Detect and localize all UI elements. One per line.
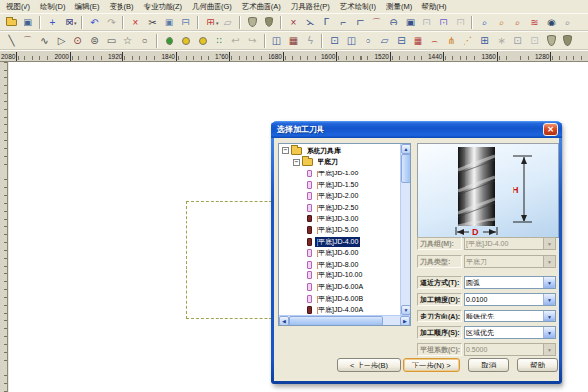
chevron-down-icon[interactable]: ▼ xyxy=(543,311,555,321)
tree-item-1[interactable]: [平底]JD-1.50 xyxy=(281,179,399,191)
crosshair-icon[interactable]: + xyxy=(44,15,61,30)
chevron-down-icon[interactable]: ▼ xyxy=(543,277,555,288)
field-combo-2[interactable]: 圆弧▼ xyxy=(464,276,556,289)
menu-item-0[interactable]: 视图(V) xyxy=(6,2,30,12)
arc-icon[interactable]: ⌒ xyxy=(20,33,36,49)
dialog-button-2[interactable]: 取消 xyxy=(468,358,509,372)
zoom-window-icon[interactable]: ⌕ xyxy=(476,15,493,30)
menu-item-8[interactable]: 艺术绘制(I) xyxy=(340,2,376,12)
field-combo-5[interactable]: 区域优先▼ xyxy=(464,326,556,339)
scatter-icon[interactable]: ⋰ xyxy=(460,33,476,49)
trim-icon[interactable]: × xyxy=(285,15,302,30)
tree-item-2[interactable]: [平底]JD-2.00 xyxy=(281,190,399,202)
tree-item-0[interactable]: [平底]JD-1.00 xyxy=(281,168,399,179)
clone-blue-icon[interactable]: ⊡ xyxy=(435,15,452,30)
close-icon[interactable]: ✕ xyxy=(543,123,558,136)
node-group-icon[interactable]: ∷ xyxy=(211,33,227,49)
scroll-down-icon[interactable]: ▼ xyxy=(401,305,411,315)
open-icon[interactable] xyxy=(3,15,20,30)
tree-item-4[interactable]: [平底]JD-3.00 xyxy=(281,214,399,225)
mesh-icon[interactable]: ▦ xyxy=(410,33,426,49)
line-icon[interactable]: ╲ xyxy=(3,33,20,49)
menu-item-10[interactable]: 帮助(H) xyxy=(421,2,446,12)
layer-a-icon[interactable]: ⊡ xyxy=(510,33,526,49)
dialog-button-3[interactable]: 帮助 xyxy=(517,358,558,372)
field-combo-4[interactable]: 顺铣优先▼ xyxy=(464,310,556,322)
bulb-pick-icon[interactable] xyxy=(194,33,211,49)
copy-icon[interactable]: ▣ xyxy=(161,15,177,30)
tree-item-8[interactable]: [平底]JD-8.00 xyxy=(281,259,399,270)
menu-item-9[interactable]: 测量(M) xyxy=(386,2,412,12)
shield2-dark-icon[interactable] xyxy=(560,33,576,49)
table-icon[interactable]: ▦ xyxy=(285,33,302,49)
menu-item-7[interactable]: 刀具路径(P) xyxy=(291,2,330,12)
outline-icon[interactable]: ○ xyxy=(360,33,376,49)
shield-light-icon[interactable] xyxy=(244,15,261,30)
tree-root-node[interactable]: −系统刀具库 xyxy=(281,145,399,157)
redraw-icon[interactable]: ≋ xyxy=(526,15,543,30)
tree-item-3[interactable]: [平底]JD-2.50 xyxy=(281,202,399,214)
polyline-icon[interactable]: ▷ xyxy=(53,33,70,49)
undo-icon[interactable]: ↶ xyxy=(86,15,103,30)
pan-icon[interactable]: ⌕ xyxy=(560,15,576,30)
ellipse-icon[interactable]: ⊜ xyxy=(86,33,103,49)
menu-item-6[interactable]: 艺术曲面(A) xyxy=(242,2,281,12)
redo-icon[interactable]: ↷ xyxy=(103,15,120,30)
horizontal-scroll-thumb[interactable] xyxy=(289,316,383,326)
tree-item-7[interactable]: [平底]JD-6.00 xyxy=(281,247,399,259)
zoom-out-icon[interactable]: ⌕ xyxy=(510,15,526,30)
align-icon[interactable]: ⊡ xyxy=(326,33,343,49)
spline-icon[interactable]: ∿ xyxy=(36,33,53,49)
tree-horizontal-scrollbar[interactable]: ◀ ▶ xyxy=(279,315,410,325)
menu-item-5[interactable]: 几何曲面(G) xyxy=(192,2,232,12)
layer-b-icon[interactable]: ⊡ xyxy=(526,33,543,49)
corner-icon[interactable]: Γ xyxy=(318,15,335,30)
chevron-down-icon[interactable]: ▼ xyxy=(543,327,555,338)
dialog-button-1[interactable]: 下一步(N) > xyxy=(403,358,460,372)
tree-vertical-scrollbar[interactable]: ▲ ▼ xyxy=(400,144,410,315)
distribute-icon[interactable]: ◫ xyxy=(343,33,360,49)
ring-icon[interactable]: ⊖ xyxy=(385,15,402,30)
menu-item-4[interactable]: 专业功能(Z) xyxy=(143,2,182,12)
rectangle-icon[interactable]: ▭ xyxy=(103,33,120,49)
circle-icon[interactable]: ○ xyxy=(136,33,153,49)
tree-item-6[interactable]: [平底]JD-4.00 xyxy=(281,236,399,248)
save-icon[interactable]: ▣ xyxy=(20,15,36,30)
clone-lite-icon[interactable]: ⊡ xyxy=(452,15,468,30)
scroll-up-icon[interactable]: ▲ xyxy=(401,144,411,154)
frame-icon[interactable]: ▣ xyxy=(402,15,418,30)
burst-icon[interactable]: ∗ xyxy=(493,33,510,49)
dialog-titlebar[interactable]: 选择加工刀具 ✕ xyxy=(271,121,562,138)
circle-center-icon[interactable]: ⊙ xyxy=(70,33,86,49)
paste-icon[interactable]: ⊟ xyxy=(177,15,194,30)
tree-item-12[interactable]: [平底]JD-4.00A xyxy=(281,304,399,315)
tree-expander-icon[interactable]: − xyxy=(282,147,289,154)
back-arrow-icon[interactable]: ↩ xyxy=(227,33,244,49)
slant-icon[interactable]: ▱ xyxy=(376,33,393,49)
tree-group-node[interactable]: −平底刀 xyxy=(281,157,399,169)
tool-library-tree[interactable]: −系统刀具库−平底刀[平底]JD-1.00[平底]JD-1.50[平底]JD-2… xyxy=(278,143,411,326)
rect-corner-icon[interactable]: ⊏ xyxy=(352,15,368,30)
fwd-arrow-icon[interactable]: ↪ xyxy=(244,33,261,49)
iso-view-icon[interactable]: ▱ xyxy=(220,15,236,30)
tree-expander-icon[interactable]: − xyxy=(293,159,300,166)
bulb-green-icon[interactable] xyxy=(161,33,177,49)
grid4-icon[interactable]: ⊞ xyxy=(476,33,493,49)
chamfer-icon[interactable]: ⌐ xyxy=(335,15,352,30)
star-icon[interactable]: ☆ xyxy=(120,33,136,49)
dialog-button-0[interactable]: < 上一步(B) xyxy=(337,358,401,372)
menu-item-2[interactable]: 编辑(E) xyxy=(74,2,99,12)
extend-icon[interactable]: ⋋ xyxy=(302,15,318,30)
tree-item-11[interactable]: [平底]JD-6.00B xyxy=(281,293,399,305)
box3d-icon[interactable]: ◫ xyxy=(269,33,285,49)
shield2-light-icon[interactable] xyxy=(543,33,560,49)
zoom-in-icon[interactable]: ⌕ xyxy=(493,15,510,30)
menu-item-3[interactable]: 变换(B) xyxy=(109,2,133,12)
tree-item-9[interactable]: [平底]JD-10.00 xyxy=(281,270,399,282)
field-combo-3[interactable]: 0.0100▼ xyxy=(464,293,556,306)
comb-icon[interactable]: ⋔ xyxy=(443,33,460,49)
tree-item-10[interactable]: [平底]JD-6.00A xyxy=(281,281,399,293)
scroll-left-icon[interactable]: ◀ xyxy=(279,316,289,326)
tree-item-5[interactable]: [平底]JD-5.00 xyxy=(281,224,399,236)
clone-gray-icon[interactable]: ⊡ xyxy=(418,15,435,30)
